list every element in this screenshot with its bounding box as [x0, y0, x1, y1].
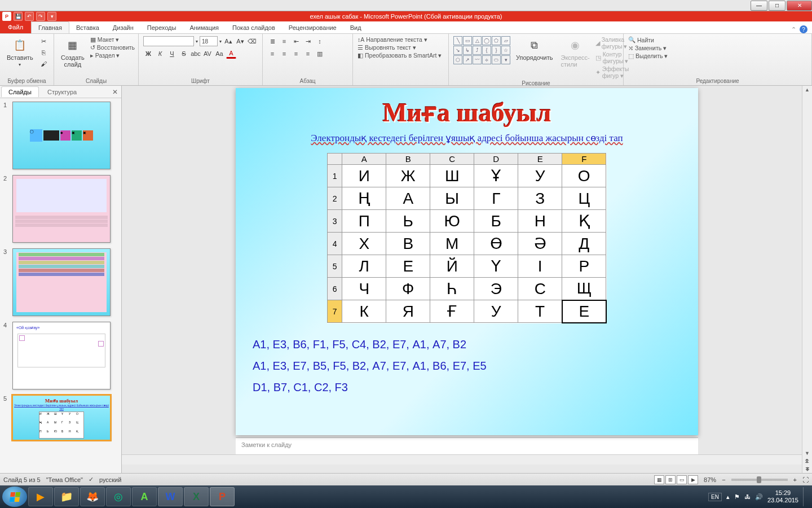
horizontal-scrollbar[interactable] — [122, 454, 812, 465]
paste-button[interactable]: 📋 Вставить ▾ — [5, 36, 36, 68]
tray-network-icon[interactable]: 🖧 — [744, 493, 751, 500]
text-direction-button[interactable]: ↕АНаправление текста ▾ — [358, 36, 427, 43]
app-icon[interactable]: P — [2, 12, 11, 21]
zoom-slider[interactable] — [731, 479, 788, 481]
dec-indent-button[interactable]: ⇤ — [291, 36, 301, 46]
quick-styles-button[interactable]: ◉ Экспресс-стили — [558, 36, 592, 69]
tray-show-hidden-icon[interactable]: ▴ — [726, 493, 730, 501]
panel-tab-outline[interactable]: Структура — [40, 86, 84, 97]
columns-button[interactable]: ▥ — [315, 49, 325, 59]
slideshow-view-button[interactable]: ▶ — [688, 475, 698, 484]
zoom-in-button[interactable]: + — [793, 476, 797, 483]
layout-button[interactable]: ▦Макет ▾ — [90, 36, 135, 43]
zoom-level[interactable]: 87% — [704, 476, 716, 483]
section-button[interactable]: ▸Раздел ▾ — [90, 52, 135, 59]
grow-font-button[interactable]: A▴ — [223, 36, 233, 46]
spellcheck-icon[interactable]: ✓ — [89, 476, 94, 483]
help-icon[interactable]: ? — [800, 25, 807, 33]
slide-thumb-4[interactable]: «Ой қозғау» — [12, 322, 111, 389]
new-slide-button[interactable]: ▦ Создать слайд — [59, 36, 87, 69]
show-desktop-button[interactable] — [803, 487, 807, 506]
sorter-view-button[interactable]: ⊞ — [665, 475, 676, 484]
font-size-combo[interactable]: 18 — [200, 36, 218, 46]
font-color-button[interactable]: A — [226, 49, 236, 59]
align-right-button[interactable]: ≡ — [291, 49, 301, 59]
file-tab[interactable]: Файл — [0, 21, 31, 33]
tab-home[interactable]: Главная — [31, 21, 69, 33]
taskbar-explorer[interactable]: 📁 — [54, 487, 79, 506]
zoom-out-button[interactable]: − — [722, 476, 725, 483]
replace-button[interactable]: ⤭Заменить ▾ — [628, 45, 667, 51]
arrange-button[interactable]: ⧉ Упорядочить — [514, 36, 555, 62]
start-button[interactable] — [2, 487, 27, 507]
tab-transitions[interactable]: Переходы — [140, 21, 183, 33]
tray-language[interactable]: EN — [708, 493, 722, 501]
slide-thumb-5[interactable]: Миға шабуыл Электрондық кестедегі берілг… — [12, 395, 111, 440]
select-button[interactable]: ⬚Выделить ▾ — [628, 52, 668, 59]
tab-view[interactable]: Вид — [343, 21, 368, 33]
sequence-line-1[interactable]: А1, Е3, В6, F1, F5, С4, В2, Е7, А1, А7, … — [253, 334, 698, 355]
qat-customize-button[interactable]: ▾ — [47, 12, 56, 21]
tab-insert[interactable]: Вставка — [69, 21, 106, 33]
convert-smartart-button[interactable]: ◧Преобразовать в SmartArt ▾ — [358, 52, 442, 59]
taskbar-media-player[interactable]: ▶ — [28, 487, 53, 506]
taskbar-powerpoint[interactable]: P — [210, 487, 235, 506]
align-text-button[interactable]: ☰Выровнять текст ▾ — [358, 44, 416, 51]
align-center-button[interactable]: ≡ — [279, 49, 289, 59]
slide-thumb-1[interactable]: ◯ ◆ ▣ ▣ — [12, 102, 111, 169]
slide-canvas[interactable]: Миға шабуыл Электрондық кестедегі берілг… — [236, 88, 698, 435]
shadow-button[interactable]: abc — [191, 49, 201, 59]
panel-close-button[interactable]: ✕ — [112, 88, 118, 96]
justify-button[interactable]: ≡ — [303, 49, 313, 59]
underline-button[interactable]: Ч — [167, 49, 177, 59]
cut-button[interactable]: ✂ — [39, 36, 49, 46]
qat-save-button[interactable]: 💾 — [14, 12, 23, 21]
window-maximize-button[interactable]: □ — [769, 1, 785, 11]
tray-flag-icon[interactable]: ⚑ — [734, 493, 740, 501]
font-family-combo[interactable] — [143, 36, 194, 46]
tab-animations[interactable]: Анимация — [183, 21, 226, 33]
tab-design[interactable]: Дизайн — [106, 21, 140, 33]
normal-view-button[interactable]: ▦ — [654, 475, 664, 484]
next-slide-button[interactable]: ⯯ — [804, 465, 811, 473]
slide-thumb-3[interactable] — [12, 248, 111, 316]
tab-review[interactable]: Рецензирование — [282, 21, 343, 33]
window-minimize-button[interactable]: — — [751, 1, 767, 11]
shapes-gallery[interactable]: ╲▭△◯⬠▱ ↘↳⤴{}☆ ⬡↗〰⟡⬭▾ — [453, 36, 510, 64]
sequence-line-2[interactable]: А1, Е3, Е7, В5, F5, В2, А7, Е7, А1, В6, … — [253, 355, 698, 376]
italic-button[interactable]: К — [155, 49, 165, 59]
align-left-button[interactable]: ≡ — [267, 49, 277, 59]
thumbnails-list[interactable]: 1 ◯ ◆ ▣ ▣ 2 — [0, 98, 121, 473]
bold-button[interactable]: Ж — [143, 49, 153, 59]
sequence-line-3[interactable]: D1, В7, С1, С2, F3 — [253, 376, 698, 398]
scroll-up-icon[interactable]: ▲ — [804, 86, 811, 94]
status-language[interactable]: русский — [99, 476, 121, 483]
ribbon-minimize-icon[interactable]: ⌃ — [791, 26, 796, 33]
tray-clock[interactable]: 15:29 23.04.2015 — [767, 489, 798, 504]
line-spacing-button[interactable]: ↕ — [315, 36, 325, 46]
char-spacing-button[interactable]: AV — [202, 49, 213, 59]
scroll-down-icon[interactable]: ▼ — [804, 449, 811, 457]
fit-window-button[interactable]: ⛶ — [802, 476, 809, 483]
bullets-button[interactable]: ≣ — [267, 36, 277, 46]
strike-button[interactable]: S — [179, 49, 189, 59]
taskbar-app-green[interactable]: ◎ — [106, 487, 131, 506]
taskbar-app-a[interactable]: A — [132, 487, 157, 506]
clear-format-button[interactable]: ⌫ — [247, 36, 257, 46]
taskbar-firefox[interactable]: 🦊 — [80, 487, 105, 506]
inc-indent-button[interactable]: ⇥ — [303, 36, 313, 46]
panel-tab-slides[interactable]: Слайды — [1, 86, 39, 97]
numbering-button[interactable]: ≡ — [279, 36, 289, 46]
slide-title[interactable]: Миға шабуыл — [236, 88, 698, 128]
slide-subtitle[interactable]: Электрондық кестедегі берілген ұяшық адр… — [236, 132, 698, 144]
format-painter-button[interactable]: 🖌 — [39, 59, 49, 69]
qat-redo-button[interactable]: ↷ — [36, 12, 45, 21]
taskbar-word[interactable]: W — [158, 487, 183, 506]
slide-thumb-2[interactable] — [12, 175, 111, 243]
reset-button[interactable]: ↺Восстановить — [90, 44, 135, 51]
tray-volume-icon[interactable]: 🔊 — [755, 493, 763, 501]
vertical-scrollbar[interactable]: ▲ ▼ ⯭ ⯯ — [802, 86, 812, 473]
window-close-button[interactable]: ✕ — [787, 1, 812, 11]
taskbar-excel[interactable]: X — [184, 487, 209, 506]
qat-undo-button[interactable]: ↶ — [25, 12, 34, 21]
